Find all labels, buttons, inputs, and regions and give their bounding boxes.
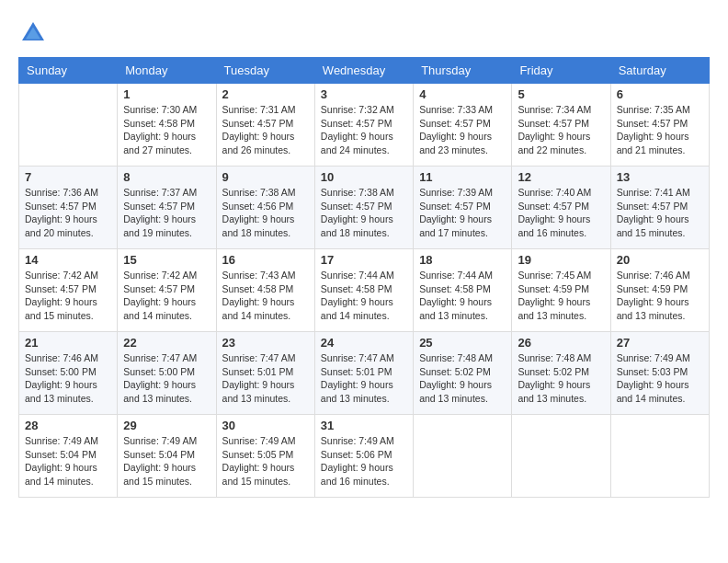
- day-info: Sunrise: 7:47 AMSunset: 5:01 PMDaylight:…: [222, 351, 309, 406]
- day-info: Sunrise: 7:49 AMSunset: 5:04 PMDaylight:…: [25, 434, 111, 488]
- day-number: 5: [518, 87, 604, 101]
- day-number: 6: [617, 87, 703, 101]
- day-number: 19: [518, 253, 604, 267]
- table-row: [414, 415, 512, 498]
- week-row-3: 14Sunrise: 7:42 AMSunset: 4:57 PMDayligh…: [19, 249, 710, 332]
- header-saturday: Saturday: [610, 58, 709, 84]
- day-number: 24: [321, 336, 407, 350]
- table-row: 13Sunrise: 7:41 AMSunset: 4:57 PMDayligh…: [610, 167, 709, 249]
- week-row-1: 1Sunrise: 7:30 AMSunset: 4:58 PMDaylight…: [19, 84, 710, 167]
- day-number: 4: [419, 87, 506, 101]
- day-number: 14: [25, 253, 111, 267]
- day-number: 13: [617, 170, 703, 184]
- day-number: 25: [419, 336, 506, 350]
- day-number: 28: [25, 419, 111, 432]
- table-row: 25Sunrise: 7:48 AMSunset: 5:02 PMDayligh…: [414, 332, 512, 415]
- table-row: 16Sunrise: 7:43 AMSunset: 4:58 PMDayligh…: [216, 249, 314, 332]
- day-info: Sunrise: 7:44 AMSunset: 4:58 PMDaylight:…: [321, 269, 407, 323]
- table-row: 4Sunrise: 7:33 AMSunset: 4:57 PMDaylight…: [414, 84, 512, 167]
- week-row-4: 21Sunrise: 7:46 AMSunset: 5:00 PMDayligh…: [19, 332, 710, 415]
- day-number: 23: [222, 336, 309, 350]
- day-info: Sunrise: 7:38 AMSunset: 4:57 PMDaylight:…: [321, 186, 407, 240]
- day-info: Sunrise: 7:47 AMSunset: 5:01 PMDaylight:…: [321, 351, 407, 406]
- day-number: 16: [222, 253, 309, 267]
- day-info: Sunrise: 7:43 AMSunset: 4:58 PMDaylight:…: [222, 269, 309, 323]
- table-row: 22Sunrise: 7:47 AMSunset: 5:00 PMDayligh…: [118, 332, 216, 415]
- table-row: [19, 84, 118, 167]
- day-number: 3: [321, 87, 407, 101]
- table-row: [610, 415, 709, 498]
- logo: [18, 18, 51, 48]
- table-row: 12Sunrise: 7:40 AMSunset: 4:57 PMDayligh…: [512, 167, 610, 249]
- day-info: Sunrise: 7:40 AMSunset: 4:57 PMDaylight:…: [518, 186, 604, 240]
- calendar-header: SundayMondayTuesdayWednesdayThursdayFrid…: [19, 58, 710, 84]
- day-number: 9: [222, 170, 309, 184]
- table-row: 30Sunrise: 7:49 AMSunset: 5:05 PMDayligh…: [216, 415, 314, 498]
- day-info: Sunrise: 7:42 AMSunset: 4:57 PMDaylight:…: [25, 269, 111, 323]
- table-row: 3Sunrise: 7:32 AMSunset: 4:57 PMDaylight…: [314, 84, 413, 167]
- day-number: 2: [222, 87, 309, 101]
- table-row: 5Sunrise: 7:34 AMSunset: 4:57 PMDaylight…: [512, 84, 610, 167]
- page-header: [18, 18, 710, 48]
- day-info: Sunrise: 7:49 AMSunset: 5:05 PMDaylight:…: [222, 434, 309, 488]
- day-number: 18: [419, 253, 506, 267]
- calendar: SundayMondayTuesdayWednesdayThursdayFrid…: [18, 57, 710, 498]
- table-row: 28Sunrise: 7:49 AMSunset: 5:04 PMDayligh…: [19, 415, 118, 498]
- day-number: 20: [617, 253, 703, 267]
- day-info: Sunrise: 7:49 AMSunset: 5:06 PMDaylight:…: [321, 434, 407, 488]
- table-row: 29Sunrise: 7:49 AMSunset: 5:04 PMDayligh…: [118, 415, 216, 498]
- logo-icon: [18, 18, 48, 48]
- day-number: 30: [222, 419, 309, 432]
- day-info: Sunrise: 7:49 AMSunset: 5:04 PMDaylight:…: [123, 434, 210, 488]
- day-info: Sunrise: 7:47 AMSunset: 5:00 PMDaylight:…: [123, 351, 210, 406]
- table-row: 23Sunrise: 7:47 AMSunset: 5:01 PMDayligh…: [216, 332, 314, 415]
- day-number: 27: [617, 336, 703, 350]
- calendar-body: 1Sunrise: 7:30 AMSunset: 4:58 PMDaylight…: [19, 84, 710, 498]
- day-info: Sunrise: 7:42 AMSunset: 4:57 PMDaylight:…: [123, 269, 210, 323]
- header-monday: Monday: [118, 58, 216, 84]
- day-info: Sunrise: 7:35 AMSunset: 4:57 PMDaylight:…: [617, 103, 703, 157]
- week-row-5: 28Sunrise: 7:49 AMSunset: 5:04 PMDayligh…: [19, 415, 710, 498]
- day-number: 29: [123, 419, 210, 432]
- day-info: Sunrise: 7:33 AMSunset: 4:57 PMDaylight:…: [419, 103, 506, 157]
- header-thursday: Thursday: [414, 58, 512, 84]
- day-number: 21: [25, 336, 111, 350]
- day-info: Sunrise: 7:32 AMSunset: 4:57 PMDaylight:…: [321, 103, 407, 157]
- header-sunday: Sunday: [19, 58, 118, 84]
- day-info: Sunrise: 7:48 AMSunset: 5:02 PMDaylight:…: [518, 351, 604, 406]
- day-info: Sunrise: 7:46 AMSunset: 4:59 PMDaylight:…: [617, 269, 703, 323]
- day-number: 1: [123, 87, 210, 101]
- day-number: 12: [518, 170, 604, 184]
- day-info: Sunrise: 7:34 AMSunset: 4:57 PMDaylight:…: [518, 103, 604, 157]
- day-info: Sunrise: 7:38 AMSunset: 4:56 PMDaylight:…: [222, 186, 309, 240]
- day-number: 8: [123, 170, 210, 184]
- table-row: 26Sunrise: 7:48 AMSunset: 5:02 PMDayligh…: [512, 332, 610, 415]
- header-wednesday: Wednesday: [314, 58, 413, 84]
- day-info: Sunrise: 7:37 AMSunset: 4:57 PMDaylight:…: [123, 186, 210, 240]
- table-row: 9Sunrise: 7:38 AMSunset: 4:56 PMDaylight…: [216, 167, 314, 249]
- table-row: 15Sunrise: 7:42 AMSunset: 4:57 PMDayligh…: [118, 249, 216, 332]
- table-row: [512, 415, 610, 498]
- table-row: 6Sunrise: 7:35 AMSunset: 4:57 PMDaylight…: [610, 84, 709, 167]
- table-row: 8Sunrise: 7:37 AMSunset: 4:57 PMDaylight…: [118, 167, 216, 249]
- header-row: SundayMondayTuesdayWednesdayThursdayFrid…: [19, 58, 710, 84]
- table-row: 18Sunrise: 7:44 AMSunset: 4:58 PMDayligh…: [414, 249, 512, 332]
- day-info: Sunrise: 7:30 AMSunset: 4:58 PMDaylight:…: [123, 103, 210, 157]
- table-row: 10Sunrise: 7:38 AMSunset: 4:57 PMDayligh…: [314, 167, 413, 249]
- day-info: Sunrise: 7:41 AMSunset: 4:57 PMDaylight:…: [617, 186, 703, 240]
- table-row: 21Sunrise: 7:46 AMSunset: 5:00 PMDayligh…: [19, 332, 118, 415]
- table-row: 20Sunrise: 7:46 AMSunset: 4:59 PMDayligh…: [610, 249, 709, 332]
- day-number: 7: [25, 170, 111, 184]
- day-info: Sunrise: 7:48 AMSunset: 5:02 PMDaylight:…: [419, 351, 506, 406]
- table-row: 27Sunrise: 7:49 AMSunset: 5:03 PMDayligh…: [610, 332, 709, 415]
- day-info: Sunrise: 7:46 AMSunset: 5:00 PMDaylight:…: [25, 351, 111, 406]
- table-row: 14Sunrise: 7:42 AMSunset: 4:57 PMDayligh…: [19, 249, 118, 332]
- day-info: Sunrise: 7:39 AMSunset: 4:57 PMDaylight:…: [419, 186, 506, 240]
- table-row: 2Sunrise: 7:31 AMSunset: 4:57 PMDaylight…: [216, 84, 314, 167]
- header-friday: Friday: [512, 58, 610, 84]
- table-row: 24Sunrise: 7:47 AMSunset: 5:01 PMDayligh…: [314, 332, 413, 415]
- week-row-2: 7Sunrise: 7:36 AMSunset: 4:57 PMDaylight…: [19, 167, 710, 249]
- day-number: 11: [419, 170, 506, 184]
- day-number: 26: [518, 336, 604, 350]
- table-row: 7Sunrise: 7:36 AMSunset: 4:57 PMDaylight…: [19, 167, 118, 249]
